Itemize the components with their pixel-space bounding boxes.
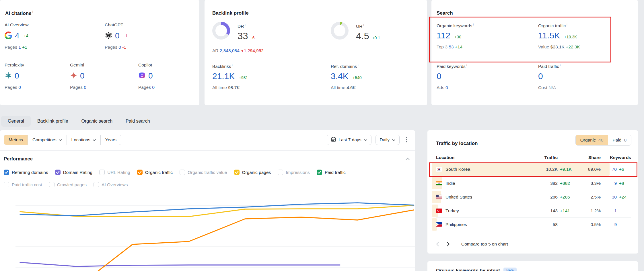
metric-gemini: Gemini 0 Pages 0: [70, 62, 133, 90]
search-title: Search: [437, 10, 453, 16]
traffic-by-location-card: Traffic by location Organic 40 Paid 0 Lo…: [427, 130, 638, 254]
checkbox-icon: [234, 170, 240, 175]
tab-general[interactable]: General: [1, 116, 31, 127]
metric-label: AI Overview: [5, 22, 99, 28]
granularity-button[interactable]: Daily: [375, 135, 400, 145]
checkbox-icon: [278, 170, 283, 175]
metrics-filter-button[interactable]: Metrics: [4, 135, 28, 145]
checkbox-paid-traffic[interactable]: Paid traffic: [317, 170, 346, 175]
dr-delta: -6: [251, 36, 254, 40]
section-tabs: General Backlink profile Organic search …: [1, 115, 157, 128]
metric-value: 0: [115, 31, 120, 40]
organic-traffic-stat: Organic traffici 11.5K +10.3K Value $23.…: [538, 23, 580, 50]
info-icon: i: [232, 64, 232, 67]
checkbox-icon: [137, 170, 143, 175]
ur-donut-gauge: [331, 22, 349, 40]
gemini-icon: [70, 72, 77, 80]
checkbox-url-rating[interactable]: URL Rating: [99, 170, 130, 175]
search-card: Search Organic keywordsi 112 +30 Top 3 5…: [431, 0, 638, 105]
metric-value: 4: [15, 31, 20, 40]
keywords-by-intent-card: Organic keywords by intentBeta: [427, 261, 638, 271]
chatgpt-icon: [105, 32, 112, 40]
toggle-organic[interactable]: Organic 40: [576, 135, 608, 145]
google-icon: [5, 32, 12, 40]
organic-keywords-stat: Organic keywordsi 112 +30 Top 3 53 +14: [437, 23, 474, 50]
ref-domains-stat: Ref. domainsi 3.4K +540 All time 4.6K: [331, 64, 362, 90]
toggle-paid[interactable]: Paid 0: [608, 135, 631, 145]
compare-top5-link[interactable]: Compare top 5 on chart: [461, 241, 508, 247]
info-icon: i: [358, 64, 358, 67]
divider: [0, 150, 415, 151]
checkbox-domain-rating[interactable]: Domain Rating: [55, 170, 93, 175]
ref-domains-value[interactable]: 3.4K: [331, 71, 349, 81]
years-filter-button[interactable]: Years: [100, 135, 121, 145]
ur-stat: URi 4.5 +0.1: [356, 23, 380, 42]
checkbox-organic-traffic-value[interactable]: Organic traffic value: [180, 170, 227, 175]
competitors-filter-button[interactable]: Competitors: [28, 135, 67, 145]
checkbox-organic-pages[interactable]: Organic pages: [234, 170, 271, 175]
performance-line-chart[interactable]: [0, 186, 415, 271]
metric-checkbox-row-1: Referring domains Domain Rating URL Rati…: [4, 170, 346, 175]
flag-turkey-icon: [436, 209, 442, 213]
table-row-india[interactable]: India 382 +382 3.3% 9 +8: [436, 176, 631, 190]
organic-keywords-value[interactable]: 112: [437, 31, 450, 40]
perplexity-icon: [5, 72, 12, 80]
page-next-chevron-icon[interactable]: [447, 241, 450, 247]
dr-stat: DRi 33 -6: [238, 23, 255, 42]
checkbox-organic-traffic[interactable]: Organic traffic: [137, 170, 173, 175]
organic-traffic-value[interactable]: 11.5K: [538, 31, 560, 40]
info-icon: i: [560, 64, 561, 67]
page-previous-chevron-icon[interactable]: [436, 241, 439, 247]
more-options-kebab-icon[interactable]: [404, 136, 409, 144]
table-row-philippines[interactable]: Philippines 58 0.5% 9: [436, 217, 631, 231]
metric-delta: +4: [24, 34, 28, 38]
metric-pages: Pages 0: [70, 85, 133, 90]
checkbox-icon: [180, 170, 185, 175]
locations-filter-button[interactable]: Locations: [67, 135, 100, 145]
backlink-profile-card: Backlink profile DRi 33 -6 AR 2,848,084 …: [205, 0, 427, 105]
dr-donut-gauge: [212, 22, 230, 40]
paid-keywords-value[interactable]: 0: [437, 71, 441, 81]
date-range-button[interactable]: Last 7 days: [327, 135, 371, 145]
chevron-down-icon: [93, 137, 96, 142]
info-icon: i: [363, 23, 364, 27]
checkbox-icon: [55, 170, 61, 175]
checkbox-referring-domains[interactable]: Referring domains: [4, 170, 48, 175]
tab-paid-search[interactable]: Paid search: [119, 116, 157, 127]
metric-ai-overview: AI Overview 4 +4 Pages 1 +1: [5, 22, 99, 50]
beta-badge: Beta: [503, 268, 517, 271]
flag-south-korea-icon: [436, 167, 442, 172]
location-table: South Korea 10.2K +9.1K 89.0% 70 +6 Indi…: [436, 162, 631, 231]
checkbox-impressions[interactable]: Impressions: [278, 170, 310, 175]
paid-traffic-value[interactable]: 0: [538, 71, 543, 81]
flag-united-states-icon: [436, 195, 442, 199]
info-icon: i: [466, 64, 467, 67]
backlink-profile-title: Backlink profile: [212, 10, 249, 16]
metric-delta: -1: [124, 34, 127, 38]
info-icon: i: [473, 23, 474, 26]
dashboard-page: AI citationsi AI Overview 4 +4 Pages 1: [0, 0, 644, 271]
paid-keywords-stat: Paid keywordsi 0 Ads 0: [437, 64, 467, 90]
metric-value: 0: [15, 71, 19, 80]
table-row-south-korea[interactable]: South Korea 10.2K +9.1K 89.0% 70 +6: [436, 162, 631, 176]
location-table-header: Location Traffic Share Keywords: [436, 153, 631, 162]
divider: [427, 149, 638, 149]
chevron-down-icon: [364, 137, 367, 142]
ar-delta: 1,294,952: [244, 48, 264, 53]
ar-value[interactable]: 2,848,084: [220, 48, 240, 53]
table-row-turkey[interactable]: Turkey 143 +141 1.2% 1: [436, 204, 631, 217]
ai-citations-card: AI citationsi AI Overview 4 +4 Pages 1: [0, 0, 199, 105]
chevron-down-icon: [59, 137, 62, 142]
table-row-united-states[interactable]: United States 286 +285 2.5% 30 +24: [436, 190, 631, 204]
keywords-by-intent-title: Organic keywords by intent: [436, 268, 500, 271]
checkbox-icon: [99, 170, 105, 175]
info-icon: i: [32, 10, 33, 13]
ref-domains-delta: +540: [353, 75, 362, 80]
collapse-chevron-up-icon[interactable]: [405, 156, 410, 162]
backlinks-value[interactable]: 21.1K: [212, 71, 235, 81]
metric-label: Copilot: [138, 62, 193, 68]
tab-backlink-profile[interactable]: Backlink profile: [31, 116, 75, 127]
checkbox-icon: [4, 170, 9, 175]
tab-organic-search[interactable]: Organic search: [75, 116, 119, 127]
traffic-by-location-title: Traffic by location: [436, 141, 478, 146]
